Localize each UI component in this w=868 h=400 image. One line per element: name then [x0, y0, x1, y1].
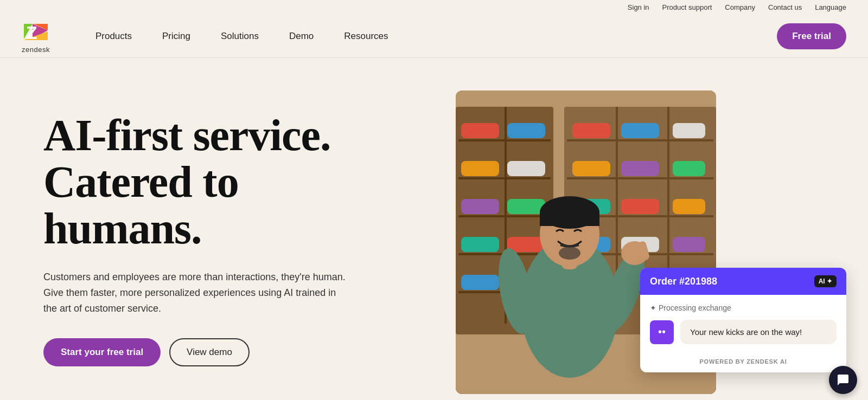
free-trial-button[interactable]: Free trial — [777, 23, 846, 49]
svg-rect-18 — [572, 161, 610, 176]
svg-rect-39 — [507, 123, 545, 138]
svg-rect-8 — [567, 139, 713, 141]
hero-section: AI-first service. Catered to humans. Cus… — [0, 58, 868, 400]
chat-footer: POWERED BY ZENDESK AI — [640, 353, 846, 372]
hero-title-line3: humans. — [43, 204, 202, 253]
zendesk-logo-icon: Z — [23, 18, 49, 44]
products-nav[interactable]: Products — [82, 27, 145, 46]
ai-badge: AI ✦ — [814, 275, 837, 287]
contact-link[interactable]: Contact us — [768, 3, 802, 11]
svg-rect-15 — [572, 123, 610, 138]
logo[interactable]: Z zendesk — [22, 18, 50, 54]
svg-text:Z: Z — [26, 22, 37, 43]
hero-subtitle: Customers and employees are more than in… — [43, 269, 347, 316]
company-link[interactable]: Company — [725, 3, 755, 11]
svg-rect-16 — [621, 123, 659, 138]
signin-link[interactable]: Sign in — [628, 3, 649, 11]
message-bubble: Your new kicks are on the way! — [680, 320, 837, 344]
svg-rect-9 — [567, 177, 713, 179]
start-trial-button[interactable]: Start your free trial — [43, 338, 161, 366]
hero-title-line2: Catered to — [43, 157, 239, 207]
svg-rect-40 — [461, 161, 499, 176]
pricing-nav[interactable]: Pricing — [149, 27, 203, 46]
hero-buttons: Start your free trial View demo — [43, 338, 423, 366]
utility-bar: Sign in Product support Company Contact … — [0, 0, 868, 15]
processing-text: ✦ Processing exchange — [650, 304, 731, 312]
main-nav: Z zendesk Products Pricing Solutions Dem… — [0, 15, 868, 58]
demo-nav[interactable]: Demo — [276, 27, 327, 46]
resources-nav[interactable]: Resources — [331, 27, 401, 46]
message-text: Your new kicks are on the way! — [690, 327, 802, 337]
chat-body: ✦ Processing exchange •• Your new kicks … — [640, 295, 846, 353]
processing-row: ✦ Processing exchange — [650, 304, 837, 312]
powered-by-text: POWERED BY ZENDESK AI — [699, 358, 787, 365]
hero-left: AI-first service. Catered to humans. Cus… — [43, 91, 423, 366]
chat-widget: Order #201988 AI ✦ ✦ Processing exchange… — [640, 268, 846, 372]
bot-avatar: •• — [650, 320, 674, 344]
nav-links: Products Pricing Solutions Demo Resource… — [82, 27, 777, 46]
svg-point-53 — [559, 247, 580, 260]
svg-rect-43 — [507, 199, 545, 214]
chat-header: Order #201988 AI ✦ — [640, 268, 846, 295]
svg-rect-42 — [461, 199, 499, 214]
svg-rect-44 — [461, 237, 499, 252]
svg-rect-38 — [461, 123, 499, 138]
svg-rect-22 — [621, 199, 659, 214]
chat-bubble-button[interactable] — [829, 366, 857, 394]
product-support-link[interactable]: Product support — [662, 3, 712, 11]
svg-rect-46 — [461, 275, 499, 290]
view-demo-button[interactable]: View demo — [169, 338, 250, 366]
svg-rect-41 — [507, 161, 545, 176]
svg-rect-20 — [673, 161, 705, 176]
svg-rect-19 — [621, 161, 659, 176]
message-row: •• Your new kicks are on the way! — [650, 320, 837, 344]
avatar-dots: •• — [658, 326, 666, 338]
svg-rect-52 — [540, 212, 599, 226]
hero-title: AI-first service. Catered to humans. — [43, 112, 423, 252]
solutions-nav[interactable]: Solutions — [208, 27, 272, 46]
chat-bubble-icon — [837, 373, 850, 386]
svg-rect-17 — [673, 123, 705, 138]
hero-right: Order #201988 AI ✦ ✦ Processing exchange… — [456, 91, 825, 400]
language-link[interactable]: Language — [815, 3, 846, 11]
svg-rect-26 — [673, 237, 705, 252]
hero-title-line1: AI-first service. — [43, 111, 330, 160]
svg-rect-23 — [673, 199, 705, 214]
order-number: Order #201988 — [650, 276, 717, 287]
logo-text: zendesk — [22, 46, 50, 54]
